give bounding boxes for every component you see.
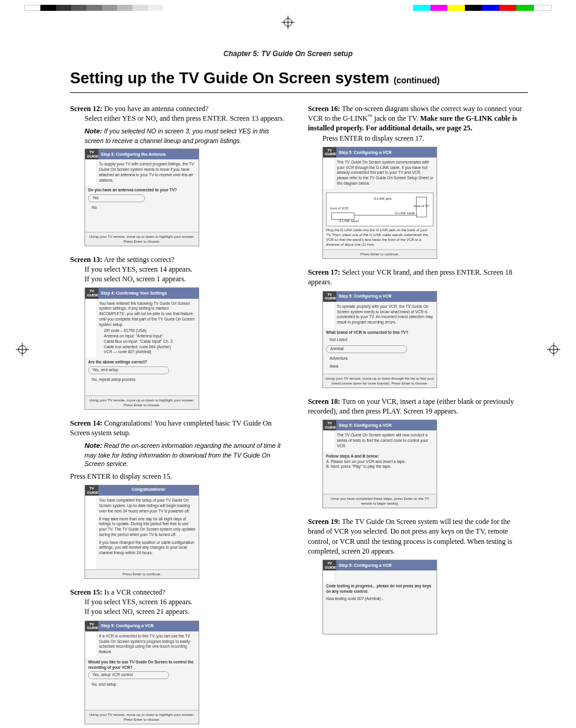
- title-rule: [70, 92, 528, 93]
- screen-15-body1: If you select YES, screen 16 appears.: [85, 597, 290, 607]
- tv-guide-logo-icon: TV GUIDE: [85, 485, 98, 496]
- screenshot-12: TV GUIDEStep 3: Configuring the Antenna …: [85, 148, 199, 246]
- screen-18-label: Screen 18:: [308, 397, 340, 406]
- registration-mark-icon: [283, 17, 293, 28]
- tv-guide-logo-icon: TV GUIDE: [323, 147, 336, 158]
- print-color-bar-right: [413, 5, 552, 11]
- screen-12-body: Select either YES or NO, and then press …: [85, 113, 290, 123]
- screen-13-question: Are the settings correct?: [104, 255, 174, 264]
- registration-mark-icon: [548, 344, 559, 355]
- screen-14-label: Screen 14:: [70, 419, 102, 427]
- screen-17-label: Screen 17:: [308, 268, 340, 276]
- tv-guide-logo-icon: TV GUIDE: [323, 292, 336, 302]
- screenshot-18: TV GUIDEStep 5: Configuring a VCR The TV…: [322, 420, 437, 508]
- right-column: Screen 16: The on-screen diagram shows t…: [308, 104, 528, 728]
- screen-16-after: Press ENTER to display screen 17.: [322, 133, 528, 143]
- registration-mark-icon: [17, 344, 28, 355]
- left-column: Screen 12: Do you have an antenna connec…: [70, 104, 290, 728]
- trademark-icon: ™: [368, 113, 373, 119]
- screen-15-body2: If you select NO, screen 21 appears.: [85, 607, 290, 616]
- tv-guide-logo-icon: TV GUIDE: [323, 420, 336, 430]
- screen-12-note: If you selected NO in screen 3, you must…: [85, 127, 269, 144]
- tv-guide-logo-icon: TV GUIDE: [85, 621, 98, 631]
- screen-15-question: Is a VCR connected?: [104, 588, 165, 596]
- screen-15-label: Screen 15:: [70, 588, 102, 596]
- screenshot-13: TV GUIDEStep 4: Confirming Your Settings…: [85, 287, 199, 409]
- screen-12-label: Screen 12:: [70, 104, 102, 113]
- screenshot-19: TV GUIDEStep 5: Configuring a VCR Code t…: [322, 560, 437, 634]
- note-label: Note:: [85, 127, 102, 135]
- screen-13-label: Screen 13:: [70, 255, 102, 264]
- tv-guide-logo-icon: TV GUIDE: [85, 149, 98, 159]
- screen-14-note: Read the on-screen information regarding…: [85, 442, 281, 467]
- note-label: Note:: [85, 442, 102, 449]
- screen-19-label: Screen 19:: [308, 517, 340, 526]
- screen-16-body-b: jack on the TV.: [374, 114, 418, 123]
- screenshot-17: TV GUIDEStep 5: Configuring a VCR To ope…: [322, 291, 437, 388]
- glink-diagram: front of VCR G-LINK jack back of TV G-LI…: [326, 193, 434, 226]
- tv-guide-logo-icon: TV GUIDE: [323, 560, 336, 570]
- print-color-bar-left: [24, 5, 163, 11]
- screen-12-question: Do you have an antenna connected?: [104, 104, 208, 113]
- screen-14-after: Press ENTER to display screen 15.: [70, 471, 290, 481]
- screenshot-14: TV GUIDECongratulations! You have comple…: [85, 485, 199, 579]
- page-title: Setting up the TV Guide On Screen system…: [70, 69, 528, 88]
- screen-16-label: Screen 16:: [308, 104, 340, 113]
- tv-guide-logo-icon: TV GUIDE: [85, 288, 98, 298]
- screen-13-body2: If you select NO, screen 1 appears.: [85, 274, 290, 284]
- screen-13-body1: If you select YES, screen 14 appears.: [85, 264, 290, 274]
- chapter-header: Chapter 5: TV Guide On Screen setup: [0, 49, 576, 58]
- screenshot-16: TV GUIDEStep 5: Configuring a VCR The TV…: [322, 147, 437, 259]
- screenshot-15: TV GUIDEStep 5: Configuring a VCR If a V…: [85, 621, 199, 725]
